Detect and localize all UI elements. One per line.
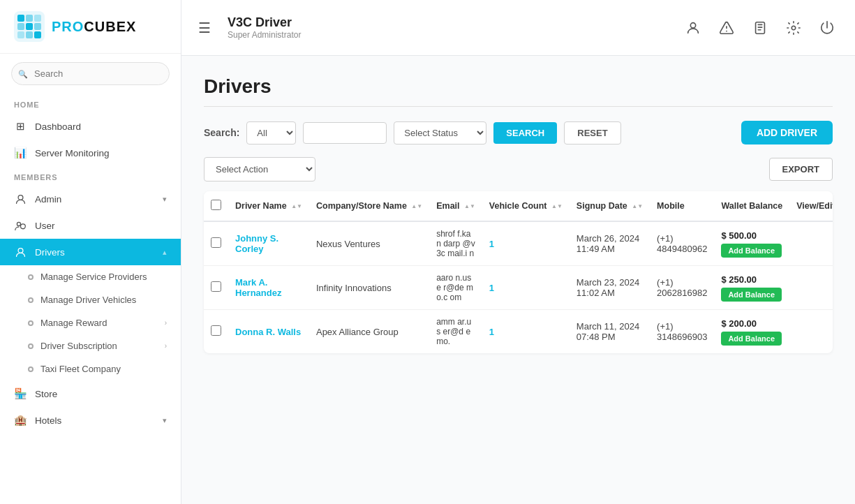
sidebar-item-label: Store [35,389,57,399]
vehicle-count-cell: 1 [482,221,570,266]
row-checkbox[interactable] [211,281,221,292]
sidebar-item-label: Hotels [35,415,61,426]
table-row: Mark A. Hernandez Infinity Innovations a… [204,266,833,310]
hamburger-icon[interactable]: ☰ [198,20,211,36]
sidebar-item-server-monitoring[interactable]: 📊 Server Monitoring [0,140,181,166]
sidebar-logo: PROCUBEX [0,0,181,54]
sidebar-item-label: Server Monitoring [35,148,110,158]
drivers-table: Driver Name ▲▼ Company/Store Name ▲▼ Ema… [204,191,833,353]
search-type-select[interactable]: All [246,121,296,144]
sub-item-label: Driver Subscription [40,341,117,351]
dot-icon [28,366,34,372]
svg-point-16 [726,30,727,31]
alert-icon[interactable] [715,17,738,39]
page-title: Drivers [204,75,833,107]
table-row: Donna R. Walls Apex Alliance Group amm a… [204,310,833,354]
chevron-up-icon: ▴ [163,248,167,257]
vehicle-count-cell: 1 [482,266,570,310]
company-cell: Nexus Ventures [309,221,429,266]
sidebar-item-driver-subscription[interactable]: Driver Subscription › [0,334,181,357]
svg-rect-1 [17,15,24,22]
sidebar-item-manage-service-providers[interactable]: Manage Service Providers [0,265,181,288]
dashboard-icon: ⊞ [14,120,27,133]
add-balance-button[interactable]: Add Balance [721,332,782,346]
filter-bar: Search: All Select Status SEARCH RESET A… [204,121,833,144]
mobile-cell: (+1) 4849480962 [650,221,714,266]
search-input[interactable] [11,62,170,85]
vehicle-count-link[interactable]: 1 [489,239,494,249]
email-cell: amm ar.us er@d emo. [429,310,482,354]
vehicle-count-link[interactable]: 1 [489,283,494,293]
svg-point-10 [18,195,23,200]
vehicle-count-link[interactable]: 1 [489,327,494,337]
sidebar-item-manage-reward[interactable]: Manage Reward › [0,311,181,334]
sub-item-label: Manage Service Providers [40,272,147,282]
sidebar-item-admin[interactable]: Admin ▾ [0,186,181,212]
hotels-icon: 🏨 [14,414,27,427]
reset-button[interactable]: RESET [564,121,620,144]
signup-date-cell: March 11, 2024 07:48 PM [570,310,650,354]
sidebar-item-manage-driver-vehicles[interactable]: Manage Driver Vehicles [0,288,181,311]
document-cell [789,266,833,310]
svg-point-13 [18,248,23,253]
sub-item-label: Manage Reward [40,318,107,328]
driver-name-link[interactable]: Johnny S. Corley [235,233,278,254]
svg-rect-6 [34,23,41,30]
sidebar-item-label: Drivers [35,247,65,258]
export-button[interactable]: EXPORT [769,158,833,181]
signup-date-cell: March 23, 2024 11:02 AM [570,266,650,310]
header-app-title: V3C Driver [228,15,671,30]
sidebar-item-label: Admin [35,194,61,205]
select-all-checkbox[interactable] [211,200,221,210]
sidebar-item-dashboard[interactable]: ⊞ Dashboard [0,113,181,140]
action-select[interactable]: Select Action [204,157,315,181]
sidebar-item-store[interactable]: 🏪 Store [0,380,181,407]
col-driver-name: Driver Name ▲▼ [228,191,309,221]
drivers-icon [14,246,27,258]
sidebar-item-taxi-fleet-company[interactable]: Taxi Fleet Company [0,357,181,380]
section-label-home: HOME [0,94,181,113]
svg-rect-8 [26,31,33,38]
row-checkbox[interactable] [211,325,221,336]
settings-icon[interactable] [782,17,805,39]
clipboard-icon[interactable] [749,17,771,39]
search-button[interactable]: SEARCH [493,122,557,144]
user-profile-icon[interactable] [682,17,704,39]
driver-name-link[interactable]: Donna R. Walls [235,327,301,337]
wallet-cell: $ 250.00 Add Balance [714,266,789,310]
email-cell: aaro n.use r@de mo.c om [429,266,482,310]
add-driver-button[interactable]: ADD DRIVER [741,121,833,144]
svg-rect-7 [17,31,24,38]
row-checkbox[interactable] [211,237,221,248]
wallet-amount: $ 500.00 [721,230,782,241]
svg-point-18 [791,26,796,30]
sidebar-search-wrap [0,54,181,94]
sidebar-item-hotels[interactable]: 🏨 Hotels ▾ [0,407,181,433]
add-balance-button[interactable]: Add Balance [721,244,782,258]
search-text-input[interactable] [303,122,387,144]
wallet-cell: $ 500.00 Add Balance [714,221,789,266]
svg-point-11 [17,222,20,225]
wallet-cell: $ 200.00 Add Balance [714,310,789,354]
svg-rect-2 [26,15,33,22]
col-company: Company/Store Name ▲▼ [309,191,429,221]
driver-name-link[interactable]: Mark A. Hernandez [235,277,281,298]
status-select[interactable]: Select Status [394,121,486,144]
sidebar-item-label: User [35,221,55,231]
sidebar-section-members: MEMBERS Admin ▾ User Drivers ▴ Manage Se… [0,166,181,433]
mobile-cell: (+1) 2062816982 [650,266,714,310]
vehicle-count-cell: 1 [482,310,570,354]
row-checkbox-cell [204,221,228,266]
sidebar-item-drivers[interactable]: Drivers ▴ [0,239,181,265]
table-row: Johnny S. Corley Nexus Ventures shrof f.… [204,221,833,266]
col-signup-date: Signup Date ▲▼ [570,191,650,221]
power-icon[interactable] [816,17,838,39]
driver-name-cell: Donna R. Walls [228,310,309,354]
search-label: Search: [204,127,239,138]
sidebar: PROCUBEX HOME ⊞ Dashboard 📊 Server Monit… [0,0,181,504]
header-icons [682,17,838,39]
add-balance-button[interactable]: Add Balance [721,288,782,302]
content-area: Drivers Search: All Select Status SEARCH… [181,56,855,504]
sidebar-section-home: HOME ⊞ Dashboard 📊 Server Monitoring [0,94,181,166]
sidebar-item-user[interactable]: User [0,212,181,239]
